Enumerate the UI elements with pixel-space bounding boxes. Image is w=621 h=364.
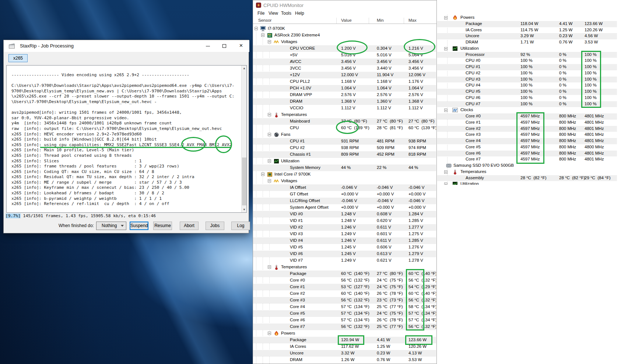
maximize-button[interactable]	[216, 40, 233, 52]
sensor-row[interactable]: Uncore3.29 W0.23 W4.56 W	[437, 33, 617, 39]
collapse-toggle[interactable]	[261, 33, 264, 37]
sensor-row[interactable]: VCCIO1.112 V1.112 V1.112 V	[253, 105, 436, 112]
collapse-toggle[interactable]	[444, 47, 448, 50]
sensor-row[interactable]: +12V12.000 V11.904 V12.096 V	[253, 72, 436, 78]
sensor-row[interactable]: ASRock Z390 Extreme4	[253, 32, 436, 39]
tab-x265[interactable]: x265	[8, 54, 28, 62]
collapse-toggle[interactable]	[268, 40, 271, 43]
sensor-row[interactable]: VID #21.246 V0.611 V1.277 V	[253, 224, 436, 231]
sensor-row[interactable]: DRAM1.368 V1.360 V1.368 V	[253, 98, 436, 105]
collapse-toggle[interactable]	[255, 27, 258, 30]
collapse-toggle[interactable]	[268, 265, 271, 269]
sensor-row[interactable]: Assembly28 °C (82 °F)28 °C (82 °F)29 °C …	[437, 175, 617, 181]
sensor-row[interactable]: Powers	[253, 330, 436, 337]
sensor-row[interactable]: CPU #0100 %0 %100 %	[437, 58, 617, 64]
sensor-row[interactable]: Intel Core i7 9700K	[253, 171, 436, 178]
hwmonitor-titlebar[interactable]: CPUID HWMonitor	[253, 0, 436, 10]
sensor-row[interactable]: CPU #4100 %0 %100 %	[437, 82, 617, 89]
menu-file[interactable]: File	[257, 11, 264, 16]
collapse-toggle[interactable]	[268, 113, 271, 116]
resume-button[interactable]: Resume	[153, 222, 172, 230]
collapse-toggle[interactable]	[268, 159, 271, 163]
sensor-row[interactable]: VID #61.245 V0.613 V1.279 V	[253, 251, 436, 257]
sensor-row[interactable]: Voltages	[253, 39, 436, 45]
collapse-toggle[interactable]	[444, 183, 448, 185]
menu-tools[interactable]: Tools	[281, 11, 291, 16]
sensor-row[interactable]: Uncore3.32 W0.23 W4.13 W	[253, 350, 436, 357]
sensor-row[interactable]: Core #34597 MHz800 MHz4801 MHz	[437, 132, 617, 138]
sensor-row[interactable]: Core #74597 MHz800 MHz4801 MHz	[437, 156, 617, 163]
sensor-table-header[interactable]: Sensor Value Min Max	[253, 17, 436, 24]
sensor-row[interactable]: IA Cores114.75 W1.25 W120.26 W	[437, 27, 617, 33]
sensor-row[interactable]: VID #31.249 V0.601 V1.275 V	[253, 231, 436, 237]
sensor-row[interactable]: Package120.94 W4.41 W123.66 W	[253, 337, 436, 343]
sensor-row[interactable]: CPU VCORE1.200 V0.304 V1.216 V	[253, 45, 436, 52]
sensor-row[interactable]: CPU #1100 %0 %100 %	[437, 64, 617, 70]
collapse-toggle[interactable]	[444, 109, 448, 112]
sensor-row[interactable]: Utilization	[437, 46, 621, 52]
sensor-row[interactable]: System Memory44 %22 %44 %	[253, 165, 436, 171]
sensor-row[interactable]: Core #756 °C (132 °F)25 °C (77 °F)56 °C …	[253, 324, 436, 330]
sensor-row[interactable]: Utilization	[253, 158, 436, 165]
menu-view[interactable]: View	[269, 11, 278, 16]
sensor-row[interactable]: IA Cores117.62 W1.25 W120.26 W	[253, 343, 436, 350]
sensor-row[interactable]: Clocks	[437, 107, 621, 113]
sensor-row[interactable]: Core #657 °C (134 °F)26 °C (78 °F)57 °C …	[253, 317, 436, 324]
sensor-row[interactable]: Core #04597 MHz800 MHz4801 MHz	[437, 113, 617, 120]
sensor-row[interactable]: Core #260 °C (140 °F)26 °C (78 °F)60 °C …	[253, 290, 436, 297]
collapse-toggle[interactable]	[268, 133, 271, 136]
sensor-row[interactable]: Mainboard27 °C (80 °F)27 °C (80 °F)27 °C…	[253, 118, 436, 125]
sensor-row[interactable]: Temperatures	[437, 169, 621, 175]
console-scrollbar[interactable]: ▲ ▼	[241, 66, 246, 212]
jobs-button[interactable]: Jobs	[206, 222, 224, 230]
sensor-row[interactable]: Core #557 °C (134 °F)24 °C (75 °F)57 °C …	[253, 310, 436, 317]
sensor-row[interactable]: Powers	[437, 15, 621, 21]
sensor-row[interactable]: GT Offset+0.000 V+0.000 V+0.000 V	[253, 191, 436, 198]
sensor-row[interactable]: Core #457 °C (134 °F)25 °C (77 °F)58 °C …	[253, 304, 436, 310]
sensor-row[interactable]: Temperatures	[253, 112, 436, 118]
menu-help[interactable]: Help	[295, 11, 304, 16]
suspend-button[interactable]: Suspend	[130, 222, 148, 230]
sensor-row[interactable]: Utilization	[437, 181, 621, 185]
sensor-row[interactable]: Package60 °C (140 °F)27 °C (80 °F)60 °C …	[253, 271, 436, 277]
sensor-row[interactable]: IA Offset-0.046 V-0.046 V-0.046 V	[253, 184, 436, 191]
sensor-row[interactable]: Core #356 °C (132 °F)23 °C (73 °F)56 °C …	[253, 297, 436, 304]
sensor-row[interactable]: CPU #5100 %0 %100 %	[437, 89, 617, 95]
sensor-row[interactable]: CPU60 °C (139 °F)28 °C (81 °F)60 °C (139…	[253, 125, 436, 131]
scroll-down-icon[interactable]: ▼	[242, 207, 247, 212]
finish-action-dropdown[interactable]: Nothing	[96, 222, 126, 230]
sensor-row[interactable]: VID #01.248 V0.608 V1.284 V	[253, 211, 436, 218]
sensor-row[interactable]: Core #64597 MHz800 MHz4801 MHz	[437, 151, 617, 157]
staxrip-titlebar[interactable]: StaxRip - Job Processing ×	[4, 40, 249, 52]
log-button[interactable]: Log	[231, 222, 250, 230]
sensor-row[interactable]: Processor92 %0 %100 %	[437, 52, 617, 58]
sensor-row[interactable]: PCH +1.0V1.064 V1.064 V1.064 V	[253, 85, 436, 92]
sensor-row[interactable]: DRAM VPP2.576 V2.576 V2.576 V	[253, 92, 436, 98]
sensor-row[interactable]: DRAM1.71 W0.76 W3.53 W	[437, 39, 617, 46]
sensor-row[interactable]: Samsung SSD 970 EVO 500GB	[437, 163, 621, 169]
sensor-row[interactable]: CPU #6100 %0 %100 %	[437, 95, 617, 101]
sensor-row[interactable]: +5V5.016 V5.016 V5.064 V	[253, 52, 436, 59]
sensor-row[interactable]: VID #11.248 V0.620 V1.285 V	[253, 218, 436, 224]
sensor-row[interactable]: I7-9700K	[253, 25, 436, 32]
sensor-row[interactable]: VID #41.246 V0.611 V1.285 V	[253, 237, 436, 244]
sensor-row[interactable]: Fans	[253, 131, 436, 138]
sensor-row[interactable]: Core #54597 MHz800 MHz4800 MHz	[437, 144, 617, 151]
sensor-row[interactable]: CPU #7100 %0 %100 %	[437, 101, 617, 107]
minimize-button[interactable]	[200, 40, 216, 52]
collapse-toggle[interactable]	[261, 173, 264, 176]
abort-button[interactable]: Abort	[180, 222, 199, 230]
sensor-row[interactable]: Core #056 °C (132 °F)24 °C (75 °F)56 °C …	[253, 277, 436, 284]
sensor-row[interactable]: LLC/Ring Offset-0.046 V-0.046 V-0.046 V	[253, 198, 436, 204]
close-button[interactable]: ×	[233, 40, 249, 52]
sensor-row[interactable]: Core #14597 MHz800 MHz4801 MHz	[437, 120, 617, 126]
sensor-row[interactable]: CPU #1931 RPM481 RPM938 RPM	[253, 138, 436, 145]
scroll-up-icon[interactable]: ▲	[242, 66, 247, 71]
sensor-row[interactable]: System Agent Offset+0.000 V+0.000 V+0.00…	[253, 204, 436, 211]
scrollbar-thumb[interactable]	[242, 158, 246, 205]
collapse-toggle[interactable]	[268, 179, 271, 183]
sensor-row[interactable]: DRAM1.26 W0.76 W3.53 W	[253, 357, 436, 363]
sensor-row[interactable]: CPU #2938 RPM509 RPM974 RPM	[253, 145, 436, 151]
sensor-row[interactable]: Chassis #1809 RPM452 RPM818 RPM	[253, 151, 436, 158]
sensor-row[interactable]: Voltages	[253, 178, 436, 184]
